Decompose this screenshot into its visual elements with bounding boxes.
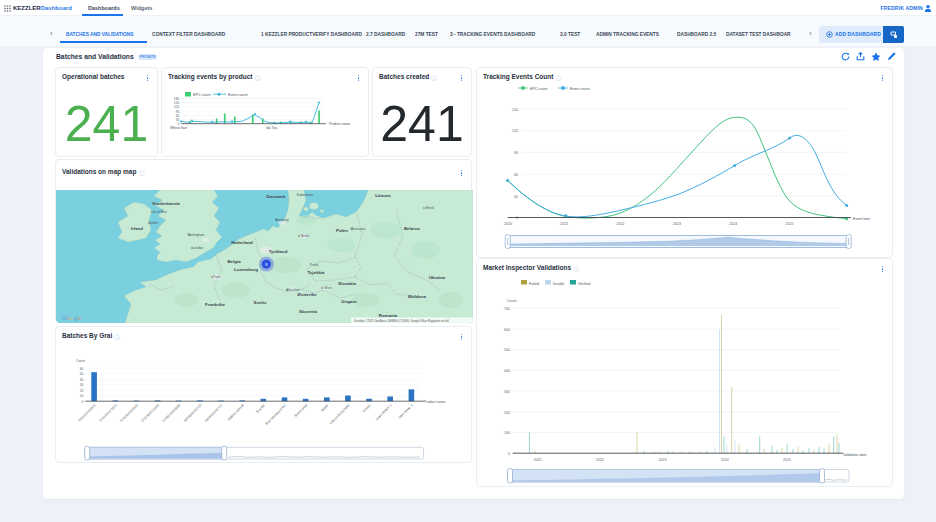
svg-text:60: 60 xyxy=(80,367,84,371)
svg-text:Tsjekkia: Tsjekkia xyxy=(307,270,325,275)
svg-text:30: 30 xyxy=(514,195,518,199)
svg-text:Østerrike: Østerrike xyxy=(297,292,317,297)
svg-text:Slovakia: Slovakia xyxy=(338,281,356,286)
svg-text:Count: Count xyxy=(507,299,517,303)
svg-text:Better: Better xyxy=(320,403,330,413)
svg-text:Belarus: Belarus xyxy=(404,226,421,231)
svg-text:Isle of Man: Isle of Man xyxy=(151,210,167,214)
svg-text:90: 90 xyxy=(514,151,518,155)
svg-text:50: 50 xyxy=(80,372,84,376)
svg-text:0: 0 xyxy=(508,452,510,456)
svg-text:Paris: Paris xyxy=(213,275,221,279)
svg-text:2022: 2022 xyxy=(596,458,604,462)
svg-text:0797384073334: 0797384073334 xyxy=(140,403,160,423)
svg-text:500: 500 xyxy=(504,348,510,352)
svg-text:300: 300 xyxy=(504,390,510,394)
svg-text:2020: 2020 xyxy=(504,222,512,226)
svg-text:Dublin: Dublin xyxy=(149,221,158,225)
svg-text:Hamburg: Hamburg xyxy=(275,218,288,222)
svg-text:700: 700 xyxy=(504,307,510,311)
svg-text:2023: 2023 xyxy=(658,458,666,462)
svg-text:0781133040998: 0781133040998 xyxy=(162,403,182,423)
svg-text:0903540011700: 0903540011700 xyxy=(183,403,203,423)
svg-text:Kartdata ©2025 GeoBasis-DE/BKG: Kartdata ©2025 GeoBasis-DE/BKG (©2009), … xyxy=(354,318,449,322)
svg-text:Google: Google xyxy=(62,315,82,321)
svg-text:Storbritannia: Storbritannia xyxy=(152,201,180,206)
svg-text:Ukraina: Ukraina xyxy=(429,275,446,280)
svg-text:Count: Count xyxy=(76,359,85,363)
svg-text:Berlin: Berlin xyxy=(301,234,309,238)
svg-text:Event count: Event count xyxy=(570,87,589,91)
svg-text:Cat juniet (schwe): Cat juniet (schwe) xyxy=(329,403,350,424)
svg-text:Belgia: Belgia xyxy=(227,259,241,264)
svg-text:Slovenia: Slovenia xyxy=(299,309,318,314)
svg-text:Irland: Irland xyxy=(131,226,143,231)
svg-text:2024: 2024 xyxy=(721,458,729,462)
svg-text:0341314011114: 0341314011114 xyxy=(77,403,96,422)
svg-text:Nederland: Nederland xyxy=(231,240,253,245)
svg-text:150: 150 xyxy=(512,108,518,112)
svg-text:Ungarn: Ungarn xyxy=(341,299,357,304)
svg-text:Wheat flour: Wheat flour xyxy=(170,126,188,130)
svg-text:Product name: Product name xyxy=(424,400,445,404)
svg-text:2023: 2023 xyxy=(673,222,681,226)
svg-text:400: 400 xyxy=(504,369,510,373)
svg-text:Minsk: Minsk xyxy=(426,206,435,210)
svg-text:Romania: Romania xyxy=(379,313,398,318)
svg-text:Dram MANY 1: Dram MANY 1 xyxy=(375,403,393,421)
svg-text:Event time: Event time xyxy=(853,217,870,221)
svg-text:2021: 2021 xyxy=(534,458,542,462)
svg-text:Luxemburg: Luxemburg xyxy=(234,267,258,272)
svg-text:Dam MAN. 1: Dam MAN. 1 xyxy=(398,403,414,419)
svg-text:Moldova: Moldova xyxy=(408,294,426,299)
svg-text:EPC count: EPC count xyxy=(530,87,548,91)
svg-text:Failed: Failed xyxy=(529,282,539,286)
svg-text:2025: 2025 xyxy=(786,222,794,226)
svg-text:Cream: Cream xyxy=(362,403,372,413)
svg-text:Warszawa: Warszawa xyxy=(351,227,366,231)
svg-text:Tyskland: Tyskland xyxy=(269,249,288,254)
svg-text:20: 20 xyxy=(80,389,84,393)
svg-text:Praha: Praha xyxy=(310,263,319,267)
svg-text:30: 30 xyxy=(80,383,84,387)
svg-text:40: 40 xyxy=(80,378,84,382)
svg-text:München: München xyxy=(286,288,299,292)
svg-text:200: 200 xyxy=(504,411,510,415)
svg-text:0903340011717: 0903340011717 xyxy=(204,403,224,423)
svg-text:600: 600 xyxy=(504,328,510,332)
svg-text:0741334024025: 0741334024025 xyxy=(119,403,139,423)
svg-text:2022: 2022 xyxy=(617,222,625,226)
svg-text:60: 60 xyxy=(514,173,518,177)
svg-text:Ida Tea: Ida Tea xyxy=(266,126,277,130)
svg-text:London: London xyxy=(193,246,204,250)
svg-text:København: København xyxy=(297,193,314,197)
svg-text:Sveits: Sveits xyxy=(254,300,267,305)
svg-text:Polen: Polen xyxy=(336,228,348,233)
svg-text:Adams spesial: Adams spesial xyxy=(227,403,245,421)
svg-text:Bertet prod: Bertet prod xyxy=(294,403,308,417)
svg-text:Product name: Product name xyxy=(329,122,350,126)
svg-text:Litauen: Litauen xyxy=(375,193,391,198)
svg-text:EPC count: EPC count xyxy=(193,93,211,97)
svg-text:Frankrike: Frankrike xyxy=(205,302,225,307)
svg-text:0: 0 xyxy=(82,400,84,404)
svg-text:2021: 2021 xyxy=(560,222,568,226)
svg-text:Invalid: Invalid xyxy=(553,282,564,286)
svg-text:2025: 2025 xyxy=(783,458,791,462)
svg-text:Blue bamboo b.fen: Blue bamboo b.fen xyxy=(265,403,288,426)
svg-text:100: 100 xyxy=(504,431,510,435)
svg-text:Wien: Wien xyxy=(324,286,331,290)
svg-text:Event count: Event count xyxy=(228,93,247,97)
svg-text:Verified: Verified xyxy=(578,282,590,286)
svg-text:0: 0 xyxy=(516,216,518,220)
svg-text:120: 120 xyxy=(512,129,518,133)
svg-text:2024: 2024 xyxy=(729,222,737,226)
svg-text:Danmark: Danmark xyxy=(267,194,286,199)
svg-text:0741340471114: 0741340471114 xyxy=(98,403,117,422)
svg-text:10: 10 xyxy=(80,394,84,398)
svg-text:Validation date: Validation date xyxy=(843,453,867,457)
svg-text:Biscotti: Biscotti xyxy=(255,403,266,414)
